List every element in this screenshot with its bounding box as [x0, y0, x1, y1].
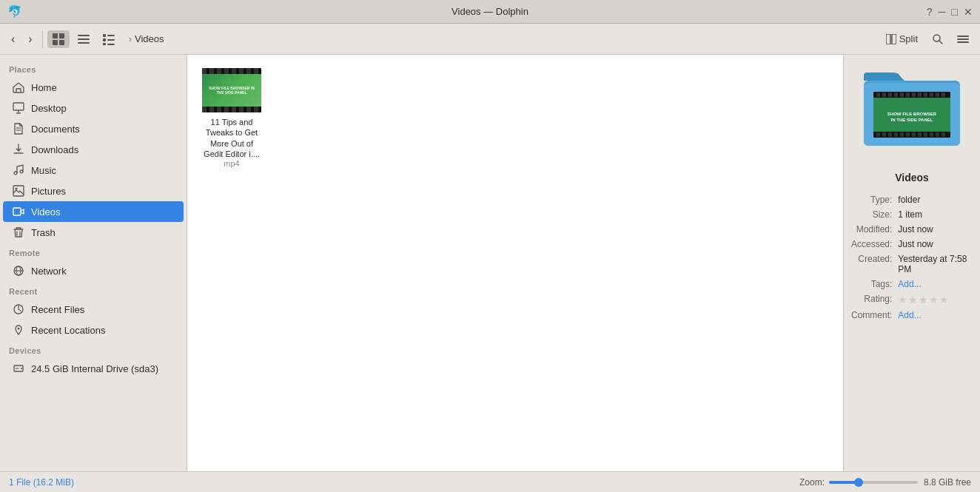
svg-rect-53 — [942, 92, 945, 97]
svg-rect-58 — [894, 132, 898, 137]
svg-rect-1 — [59, 33, 64, 38]
sidebar-item-documents[interactable]: Documents — [3, 118, 184, 139]
sidebar: Places Home Desktop Documents Downloads — [0, 55, 187, 471]
info-folder-name: Videos — [895, 172, 929, 183]
sidebar-item-home[interactable]: Home — [3, 77, 184, 98]
list-view-button[interactable] — [73, 30, 95, 48]
info-rating-row: Rating: ★ ★ ★ ★ ★ — [850, 292, 974, 308]
info-tags-label: Tags: — [850, 277, 896, 292]
sidebar-item-pictures-label: Pictures — [31, 186, 66, 197]
zoom-slider-track[interactable] — [829, 481, 918, 484]
info-panel: SHOW FILE BROWSER IN THE SIDE PANEL Vide… — [843, 55, 980, 471]
trash-icon — [12, 226, 25, 239]
star-5[interactable]: ★ — [939, 294, 949, 306]
places-header: Places — [0, 59, 187, 77]
recent-header: Recent — [0, 281, 187, 299]
file-name: 11 Tips and Tweaks to Get More Out of Ge… — [201, 117, 263, 159]
sidebar-item-recent-locations[interactable]: Recent Locations — [3, 320, 184, 340]
breadcrumb-arrow: › — [129, 33, 132, 44]
sidebar-item-home-label: Home — [31, 82, 57, 93]
info-size-row: Size: 1 item — [850, 207, 974, 222]
info-modified-value: Just now — [896, 222, 974, 237]
info-type-value: folder — [896, 192, 974, 207]
downloads-icon — [12, 143, 25, 156]
svg-rect-61 — [912, 132, 916, 137]
svg-rect-46 — [900, 92, 904, 97]
info-type-label: Type: — [850, 192, 896, 207]
icon-view-icon — [53, 33, 64, 45]
svg-rect-48 — [912, 92, 916, 97]
maximize-icon[interactable]: □ — [952, 6, 958, 18]
split-button[interactable]: Split — [880, 30, 924, 47]
sidebar-item-desktop[interactable]: Desktop — [3, 98, 184, 118]
info-size-value: 1 item — [896, 207, 974, 222]
svg-rect-5 — [78, 38, 90, 40]
star-4[interactable]: ★ — [929, 294, 939, 306]
sidebar-item-trash[interactable]: Trash — [3, 222, 184, 243]
free-space: 8.8 GiB free — [924, 477, 971, 488]
file-item[interactable]: SHOW FILE BROWSER IN THE SIDE PANEL 11 T… — [195, 62, 269, 174]
video-thumb: SHOW FILE BROWSER IN THE SIDE PANEL — [202, 68, 261, 112]
info-comment-add-link[interactable]: Add... — [898, 310, 921, 320]
sidebar-item-recent-files[interactable]: Recent Files — [3, 299, 184, 320]
svg-rect-60 — [906, 132, 910, 137]
svg-rect-43 — [882, 92, 886, 97]
sidebar-item-music-label: Music — [31, 165, 56, 176]
star-3[interactable]: ★ — [919, 294, 928, 306]
sidebar-item-network[interactable]: Network — [3, 260, 184, 281]
svg-rect-3 — [59, 40, 64, 45]
breadcrumb: › Videos — [129, 33, 877, 44]
back-button[interactable]: ‹ — [6, 30, 20, 49]
file-thumbnail: SHOW FILE BROWSER IN THE SIDE PANEL — [202, 68, 261, 112]
devices-header: Devices — [0, 340, 187, 358]
forward-button[interactable]: › — [23, 30, 37, 49]
sidebar-item-documents-label: Documents — [31, 124, 80, 135]
help-icon[interactable]: ? — [927, 6, 933, 18]
svg-rect-63 — [924, 132, 927, 137]
info-comment-label: Comment: — [850, 308, 896, 323]
sidebar-item-videos-label: Videos — [31, 206, 61, 218]
close-icon[interactable]: ✕ — [964, 6, 973, 18]
star-1[interactable]: ★ — [898, 294, 907, 306]
svg-line-16 — [939, 41, 942, 44]
documents-icon — [12, 122, 25, 135]
svg-rect-57 — [888, 132, 892, 137]
svg-rect-8 — [107, 35, 115, 36]
videos-icon — [12, 205, 25, 218]
svg-point-25 — [14, 172, 17, 175]
home-icon — [12, 81, 25, 94]
svg-point-28 — [16, 188, 18, 190]
file-type: mp4 — [224, 159, 239, 168]
info-modified-label: Modified: — [850, 222, 896, 237]
detail-view-button[interactable] — [98, 30, 120, 48]
info-comment-row: Comment: Add... — [850, 308, 974, 323]
sidebar-item-pictures[interactable]: Pictures — [3, 181, 184, 201]
toolbar-separator-1 — [42, 30, 43, 48]
breadcrumb-current: Videos — [135, 33, 164, 44]
menu-button[interactable] — [952, 30, 974, 48]
file-grid: SHOW FILE BROWSER IN THE SIDE PANEL 11 T… — [195, 62, 836, 174]
svg-rect-66 — [942, 132, 945, 137]
star-rating[interactable]: ★ ★ ★ ★ ★ — [898, 294, 973, 306]
sidebar-item-downloads[interactable]: Downloads — [3, 139, 184, 160]
app-icon: 🐬 — [7, 4, 22, 18]
sidebar-item-videos[interactable]: Videos — [3, 201, 184, 222]
zoom-slider-thumb[interactable] — [854, 478, 863, 487]
zoom-area: Zoom: — [799, 477, 918, 488]
sidebar-item-internal-drive[interactable]: 24.5 GiB Internal Drive (sda3) — [3, 358, 184, 379]
svg-rect-55 — [876, 132, 880, 137]
info-rating-label: Rating: — [850, 292, 896, 308]
icon-view-button[interactable] — [47, 30, 70, 48]
info-tags-add-link[interactable]: Add... — [898, 279, 921, 289]
svg-rect-47 — [906, 92, 910, 97]
sidebar-item-trash-label: Trash — [31, 227, 56, 238]
star-2[interactable]: ★ — [908, 294, 918, 306]
split-icon — [886, 34, 896, 44]
minimize-icon[interactable]: ─ — [939, 6, 946, 18]
svg-rect-65 — [936, 132, 939, 137]
search-button[interactable] — [927, 30, 949, 48]
sidebar-item-music[interactable]: Music — [3, 160, 184, 181]
toolbar-right: Split — [880, 30, 974, 48]
svg-rect-19 — [957, 41, 969, 43]
titlebar: 🐬 Videos — Dolphin ? ─ □ ✕ — [0, 0, 980, 24]
